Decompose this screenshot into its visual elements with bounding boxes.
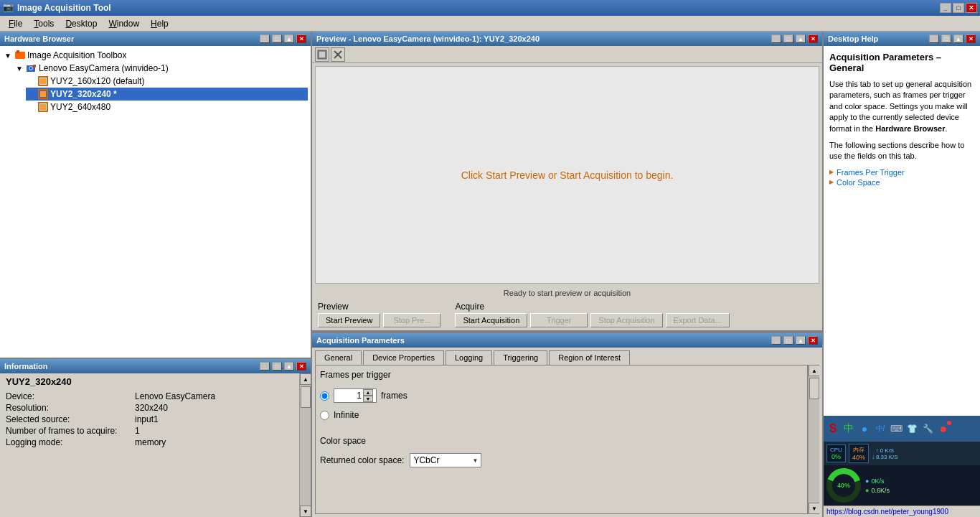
- preview-maximize-btn[interactable]: ▲: [796, 34, 806, 43]
- circular-meter: 40%: [826, 468, 861, 503]
- tray-icon-dot2[interactable]: ●: [937, 422, 950, 435]
- svg-rect-5: [33, 65, 36, 67]
- help-maximize-btn[interactable]: ▲: [953, 34, 963, 43]
- tray-icon-zh[interactable]: 中: [842, 422, 855, 435]
- net-mini-values: ● 0K/s ● 0.6K/s: [865, 478, 890, 494]
- net-val2: 0.6K/s: [871, 487, 890, 494]
- minimize-button[interactable]: _: [940, 3, 951, 13]
- radio-infinite[interactable]: [320, 411, 329, 420]
- help-link-colorspace[interactable]: ▶ Color Space: [829, 178, 974, 187]
- tray-icon-s[interactable]: S: [826, 422, 839, 435]
- spinbox-up[interactable]: ▲: [363, 389, 373, 396]
- format-160[interactable]: YUY2_160x120 (default): [26, 75, 308, 88]
- tray-icon-shirt[interactable]: 👕: [905, 422, 918, 435]
- start-acquisition-button[interactable]: Start Acquisition: [455, 313, 527, 327]
- info-scroll-up[interactable]: ▲: [300, 373, 311, 385]
- format-640[interactable]: YUY2_640x480: [26, 101, 308, 113]
- cpu-stat: CPU 0%: [826, 444, 846, 462]
- tree-toggle-root[interactable]: ▼: [3, 50, 13, 60]
- fmt-640-icon: [37, 101, 49, 113]
- info-label-logging: Logging mode:: [6, 437, 135, 447]
- preview-buttons: Start Preview Stop Pre...: [318, 313, 440, 327]
- menu-file[interactable]: File: [3, 17, 28, 30]
- tray-icon-dot[interactable]: ●: [858, 422, 871, 435]
- export-data-button[interactable]: Export Data...: [666, 313, 730, 327]
- acq-restore-btn[interactable]: □: [783, 336, 793, 345]
- perf-row: CPU 0% 内存 40% ↑ 0 K/S ↓ 8.33 K/S: [824, 442, 980, 465]
- format-320[interactable]: YUY2_320x240 *: [26, 88, 308, 101]
- tab-general[interactable]: General: [315, 350, 362, 365]
- hw-restore-btn[interactable]: □: [272, 34, 282, 43]
- net-val1: 0K/s: [871, 478, 884, 485]
- stop-acquisition-button[interactable]: Stop Acquisition: [590, 313, 662, 327]
- info-restore-btn[interactable]: □: [272, 362, 282, 371]
- info-scroll-track[interactable]: [300, 385, 311, 506]
- info-scroll-content: YUY2_320x240 Device: Lenovo EasyCamera R…: [0, 373, 299, 517]
- fmt-640-label: YUY2_640x480: [50, 102, 110, 112]
- hw-minimize-btn[interactable]: _: [260, 34, 270, 43]
- tray-icon-keyboard[interactable]: ⌨: [890, 422, 903, 435]
- info-minimize-btn[interactable]: _: [260, 362, 270, 371]
- acq-scroll-up[interactable]: ▲: [809, 365, 819, 376]
- info-scroll-down[interactable]: ▼: [300, 506, 311, 517]
- acq-scroll-thumb[interactable]: [809, 378, 819, 399]
- svg-point-4: [30, 67, 32, 70]
- frames-value-input[interactable]: [334, 391, 363, 401]
- help-controls: _ □ ▲ ✕: [928, 34, 976, 43]
- help-close-btn[interactable]: ✕: [966, 34, 976, 43]
- toolbar-btn-2[interactable]: [331, 47, 345, 62]
- acq-scrollbar: ▲ ▼: [808, 365, 819, 514]
- hardware-browser: Hardware Browser _ □ ▲ ✕ ▼ Image Acquisi…: [0, 32, 311, 359]
- preview-window: Preview - Lenovo EasyCamera (winvideo-1)…: [312, 32, 822, 333]
- tab-logging[interactable]: Logging: [446, 350, 492, 365]
- tab-region-of-interest[interactable]: Region of Interest: [549, 350, 630, 365]
- tab-triggering[interactable]: Triggering: [494, 350, 547, 365]
- info-label-device: Device:: [6, 391, 135, 401]
- color-space-dropdown[interactable]: YCbCr ▼: [410, 453, 481, 467]
- toolbar-btn-1[interactable]: [315, 47, 329, 62]
- app-icon: 📷: [3, 2, 14, 14]
- menu-tools[interactable]: Tools: [28, 17, 60, 30]
- acq-minimize-btn[interactable]: _: [771, 336, 781, 345]
- status-bar[interactable]: https://blog.csdn.net/peter_young1900: [824, 506, 980, 517]
- maximize-button[interactable]: □: [953, 3, 964, 13]
- tray-icon-wrench[interactable]: 🔧: [921, 422, 934, 435]
- acq-scroll-down[interactable]: ▼: [809, 503, 819, 514]
- trigger-button[interactable]: Trigger: [530, 313, 588, 327]
- radio-frames[interactable]: [320, 391, 329, 401]
- acq-maximize-btn[interactable]: ▲: [796, 336, 806, 345]
- preview-close-btn[interactable]: ✕: [808, 34, 818, 43]
- hw-maximize-btn[interactable]: ▲: [284, 34, 294, 43]
- help-minimize-btn[interactable]: _: [929, 34, 939, 43]
- tray-icon-lang[interactable]: 中/: [874, 422, 887, 435]
- help-link-frames[interactable]: ▶ Frames Per Trigger: [829, 168, 974, 177]
- acq-close-btn[interactable]: ✕: [808, 336, 818, 345]
- spinbox-down[interactable]: ▼: [363, 396, 373, 402]
- menu-window[interactable]: Window: [103, 17, 145, 30]
- stop-preview-button[interactable]: Stop Pre...: [383, 313, 440, 327]
- tree-toggle-camera[interactable]: ▼: [14, 63, 24, 73]
- acq-scroll-track[interactable]: [809, 376, 819, 503]
- camera-node[interactable]: ▼ Lenovo EasyCamera (winvideo-1): [14, 62, 308, 75]
- circular-pct-label: 40%: [837, 482, 850, 489]
- info-maximize-btn[interactable]: ▲: [284, 362, 294, 371]
- hw-close-btn[interactable]: ✕: [296, 34, 306, 43]
- toolbox-root[interactable]: ▼ Image Acquisition Toolbox: [3, 49, 308, 62]
- info-close-btn[interactable]: ✕: [296, 362, 306, 371]
- preview-minimize-btn[interactable]: _: [771, 34, 781, 43]
- preview-restore-btn[interactable]: □: [783, 34, 793, 43]
- info-value-logging: memory: [135, 437, 166, 447]
- fmt-320-icon: [37, 88, 49, 100]
- menu-desktop[interactable]: Desktop: [60, 17, 103, 30]
- help-restore-btn[interactable]: □: [941, 34, 951, 43]
- acq-params-titlebar: Acquisition Parameters _ □ ▲ ✕: [312, 333, 822, 348]
- close-button[interactable]: ✕: [966, 3, 977, 13]
- menu-help[interactable]: Help: [145, 17, 174, 30]
- acq-params-content: General Device Properties Logging Trigge…: [312, 348, 822, 517]
- info-scroll-thumb[interactable]: [301, 386, 311, 408]
- start-preview-button[interactable]: Start Preview: [318, 313, 380, 327]
- preview-title: Preview - Lenovo EasyCamera (winvideo-1)…: [316, 34, 540, 43]
- svg-rect-1: [17, 50, 19, 53]
- tab-device-properties[interactable]: Device Properties: [363, 350, 444, 365]
- net-down-row: ↓ 8.33 K/S: [872, 454, 898, 460]
